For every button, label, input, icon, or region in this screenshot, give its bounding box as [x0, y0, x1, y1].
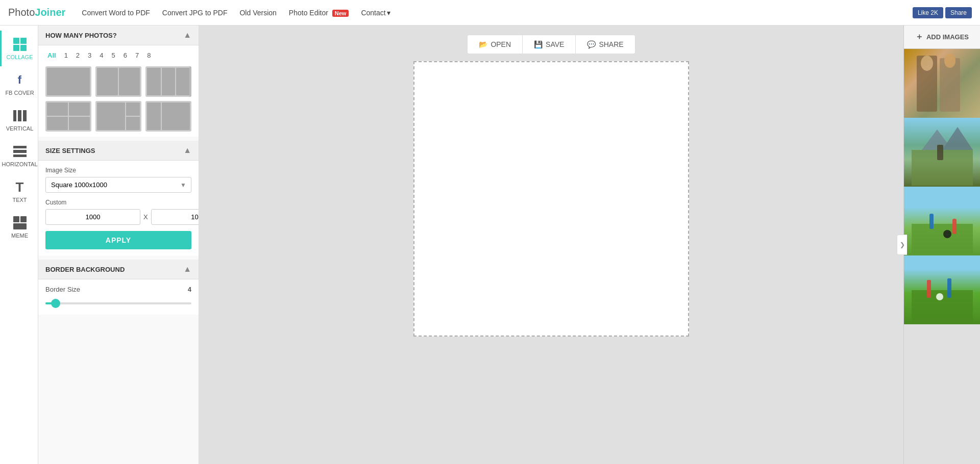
size-settings-header: SIZE SETTINGS ▲	[38, 141, 199, 161]
size-select-wrapper: Square 1000x1000 Landscape 1200x800 Port…	[45, 177, 191, 193]
count-tab-all[interactable]: All	[45, 50, 58, 60]
svg-rect-13	[927, 280, 931, 298]
add-images-button[interactable]: ＋ ADD IMAGES	[904, 25, 980, 49]
toolbar-bar: 📂 OPEN 💾 SAVE 💬 SHARE	[467, 35, 635, 54]
share-icon: 💬	[587, 40, 596, 48]
nav-convert-jpg[interactable]: Convert JPG to PDF	[162, 9, 228, 17]
save-icon: 💾	[534, 40, 543, 48]
collapse-size-btn[interactable]: ▲	[183, 146, 191, 155]
sidebar-item-text[interactable]: T TEXT	[0, 173, 38, 209]
photo-count-area: All 1 2 3 4 5 6 7 8	[38, 45, 199, 137]
site-logo[interactable]: Photo Joiner	[8, 7, 65, 18]
contact-dropdown-icon: ▾	[387, 9, 390, 17]
nav-old-version[interactable]: Old Version	[239, 9, 276, 17]
count-tab-3[interactable]: 3	[86, 50, 93, 60]
sidebar-item-vertical[interactable]: VERTICAL	[0, 102, 38, 138]
count-tab-1[interactable]: 1	[62, 50, 70, 60]
logo-photo: Photo	[8, 7, 35, 18]
border-background-section: BORDER BACKGROUND ▲ Border Size 4	[38, 260, 199, 315]
image-thumb-1[interactable]	[904, 49, 980, 118]
layout-thumb-6[interactable]	[145, 101, 191, 132]
canvas-area: 📂 OPEN 💾 SAVE 💬 SHARE	[199, 25, 903, 464]
custom-label: Custom	[45, 199, 191, 206]
image-thumb-2[interactable]	[904, 118, 980, 187]
count-tab-2[interactable]: 2	[74, 50, 82, 60]
collage-icon	[12, 37, 28, 52]
sidebar-item-horizontal[interactable]: HORIZONTAL	[0, 138, 38, 173]
dimension-separator: X	[143, 213, 148, 221]
layout-thumb-3[interactable]	[145, 66, 191, 97]
fb-share-button[interactable]: Share	[945, 7, 972, 18]
right-panel: ❯ ＋ ADD IMAGES	[903, 25, 980, 464]
apply-button[interactable]: APPLY	[45, 231, 191, 249]
size-select[interactable]: Square 1000x1000 Landscape 1200x800 Port…	[45, 177, 191, 193]
nav-convert-word[interactable]: Convert Word to PDF	[82, 9, 150, 17]
fb-buttons: Like 2K Share	[913, 7, 972, 18]
layout-thumb-1[interactable]	[45, 66, 91, 97]
border-size-value: 4	[188, 286, 191, 293]
main-layout: COLLAGE f FB COVER VERTICAL HORIZONTAL	[0, 25, 980, 464]
nav-contact[interactable]: Contact ▾	[361, 9, 390, 17]
svg-point-3	[944, 54, 955, 68]
custom-inputs: X	[45, 209, 191, 225]
border-background-header: BORDER BACKGROUND ▲	[38, 260, 199, 279]
count-tab-4[interactable]: 4	[97, 50, 105, 60]
share-button[interactable]: 💬 SHARE	[576, 35, 634, 54]
border-size-label: Border Size	[45, 286, 80, 293]
sidebar-item-meme[interactable]: MEME	[0, 209, 38, 245]
open-button[interactable]: 📂 OPEN	[468, 35, 523, 54]
border-size-row: Border Size 4	[45, 286, 191, 293]
how-many-photos-header: HOW MANY PHOTOS? ▲	[38, 25, 199, 45]
image-thumb-3[interactable]	[904, 187, 980, 255]
count-tab-6[interactable]: 6	[121, 50, 129, 60]
fb-like-button[interactable]: Like 2K	[913, 7, 943, 18]
size-settings-area: Image Size Square 1000x1000 Landscape 12…	[38, 161, 199, 255]
new-badge: New	[332, 10, 349, 17]
collapse-photos-btn[interactable]: ▲	[183, 31, 191, 40]
count-tab-7[interactable]: 7	[133, 50, 141, 60]
svg-rect-14	[947, 278, 951, 298]
height-input[interactable]	[151, 209, 199, 225]
count-tab-8[interactable]: 8	[145, 50, 153, 60]
meme-icon	[12, 215, 28, 230]
nav-photo-editor[interactable]: Photo Editor New	[289, 9, 349, 17]
svg-point-2	[921, 56, 933, 71]
right-expand-handle[interactable]: ❯	[897, 235, 907, 255]
image-thumb-4[interactable]	[904, 255, 980, 324]
fb-cover-icon: f	[12, 72, 28, 88]
sidebar-item-fb-cover[interactable]: f FB COVER	[0, 66, 38, 102]
svg-rect-10	[952, 219, 957, 234]
save-button[interactable]: 💾 SAVE	[523, 35, 576, 54]
count-tab-5[interactable]: 5	[110, 50, 117, 60]
settings-panel: HOW MANY PHOTOS? ▲ All 1 2 3 4 5 6 7 8	[38, 25, 199, 464]
open-icon: 📂	[479, 40, 487, 48]
images-list	[904, 49, 980, 464]
left-sidebar: COLLAGE f FB COVER VERTICAL HORIZONTAL	[0, 25, 38, 464]
vertical-icon	[12, 108, 28, 123]
plus-icon: ＋	[915, 32, 923, 42]
svg-marker-6	[942, 127, 973, 150]
layout-grid	[45, 66, 191, 132]
how-many-photos-section: HOW MANY PHOTOS? ▲ All 1 2 3 4 5 6 7 8	[38, 25, 199, 137]
svg-rect-7	[937, 145, 943, 160]
svg-rect-8	[912, 224, 973, 254]
horizontal-icon	[12, 144, 28, 159]
canvas-frame	[413, 61, 689, 337]
collapse-border-btn[interactable]: ▲	[183, 265, 191, 274]
add-images-label: ADD IMAGES	[926, 33, 969, 41]
slider-track	[45, 302, 191, 304]
border-slider-thumb[interactable]	[51, 299, 60, 308]
text-icon: T	[12, 179, 28, 195]
count-tabs: All 1 2 3 4 5 6 7 8	[45, 50, 191, 60]
layout-thumb-5[interactable]	[95, 101, 141, 132]
image-size-label: Image Size	[45, 167, 191, 174]
size-settings-section: SIZE SETTINGS ▲ Image Size Square 1000x1…	[38, 141, 199, 255]
top-nav: Photo Joiner Convert Word to PDF Convert…	[0, 0, 980, 25]
layout-thumb-4[interactable]	[45, 101, 91, 132]
layout-thumb-2[interactable]	[95, 66, 141, 97]
width-input[interactable]	[45, 209, 140, 225]
sidebar-item-collage[interactable]: COLLAGE	[0, 31, 38, 66]
svg-point-15	[936, 293, 943, 300]
logo-joiner: Joiner	[35, 7, 65, 18]
border-settings-area: Border Size 4	[38, 279, 199, 315]
